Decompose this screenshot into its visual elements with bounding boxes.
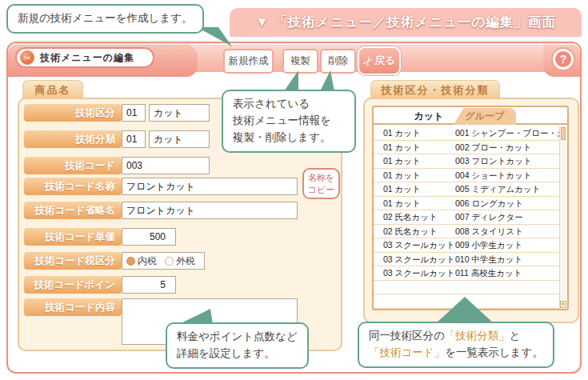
scrollbar-thumb[interactable] <box>561 127 566 140</box>
row-kubun: 01 カット <box>383 126 421 141</box>
list-rows: 01 カット001 シャンプー・ブロー・カット 01 カット002 ブロー・カッ… <box>374 126 559 309</box>
tab-classification: 技術区分・技術分類 <box>370 80 500 99</box>
kubun-name-input[interactable] <box>149 104 210 122</box>
copy-name-button[interactable]: 名称を コピー <box>302 168 340 199</box>
window-title-pill: ✂ 技術メニューの編集 <box>15 47 154 68</box>
row-kubun: 01 カット <box>383 197 421 211</box>
row-kubun: 01 カット <box>383 154 421 169</box>
label-price: 技術コード単価 <box>24 228 122 246</box>
row-kubun: 02 氏名カット <box>383 225 438 239</box>
callout-create: 新規の技術メニューを作成します。 <box>6 4 204 34</box>
callout-create-text: 新規の技術メニューを作成します。 <box>18 12 193 24</box>
list-row[interactable]: 01 カット003 フロントカット <box>374 154 559 169</box>
page-title: ▼ 「技術メニュー／技術メニューの編集」画面 <box>230 8 582 37</box>
callout-list-em1: 「技術分類」 <box>445 330 510 342</box>
tab-classification-label: 技術区分・技術分類 <box>382 83 490 98</box>
callout-dd-line2: 技術メニュー情報を <box>233 113 345 130</box>
tax-inclusive-label: 内税 <box>138 254 157 268</box>
bunrui-code-input[interactable] <box>122 130 146 148</box>
row-kubun: 01 カット <box>383 141 421 155</box>
list-row[interactable]: 01 カット002 ブロー・カット <box>374 141 559 155</box>
list-row[interactable]: 03 スクールカット009 小学生カット <box>374 238 559 253</box>
list-row[interactable]: 03 スクールカット010 中学生カット <box>374 253 559 267</box>
callout-details-line1: 料金やポイント点数など <box>177 329 298 346</box>
scrollbar-down-icon[interactable]: ▾ <box>560 301 566 308</box>
price-input[interactable] <box>122 228 176 246</box>
callout-dd-line1: 表示されている <box>233 96 345 113</box>
row-kubun: 01 カット <box>383 182 421 197</box>
duplicate-button-label: 複製 <box>290 54 310 68</box>
copy-name-label-1: 名称を <box>308 172 334 184</box>
kubun-code-input[interactable] <box>122 104 146 122</box>
delete-button-label: 削除 <box>328 54 348 68</box>
new-button[interactable]: 新規作成 <box>223 49 274 74</box>
row-code: 006 ロングカット <box>455 197 559 211</box>
point-input[interactable] <box>122 276 176 294</box>
list-scrollbar[interactable]: ▾ <box>559 126 566 308</box>
callout-list: 同一技術区分の「技術分類」と 「技術コード」を一覧表示します。 <box>358 322 554 368</box>
row-kubun: 02 氏名カット <box>383 210 438 225</box>
label-code: 技術コード <box>24 157 122 174</box>
list-row[interactable]: 01 カット001 シャンプー・ブロー・カット <box>374 126 559 141</box>
label-short-name: 技術コード省略名 <box>24 202 122 219</box>
label-name: 技術コード名称 <box>24 178 122 195</box>
row-code: 011 高校生カット <box>455 266 559 281</box>
label-content: 技術コード内容 <box>24 298 122 316</box>
callout-list-line1: 同一技術区分の「技術分類」と <box>369 328 543 345</box>
tax-radio-group: 内税 外税 <box>122 252 205 270</box>
classification-list: カット グループ 01 カット001 シャンプー・ブロー・カット 01 カット0… <box>372 106 569 310</box>
list-row[interactable]: 01 カット006 ロングカット <box>374 197 559 211</box>
row-code: 009 小学生カット <box>455 238 559 253</box>
list-row-empty <box>374 281 559 295</box>
bunrui-name-input[interactable] <box>149 130 210 148</box>
row-kubun: 01 カット <box>383 169 421 183</box>
label-point: 技術コードポイント <box>24 276 122 294</box>
radio-unselected-icon <box>165 257 174 266</box>
window-title: 技術メニューの編集 <box>40 51 134 65</box>
short-name-input[interactable] <box>122 202 298 219</box>
callout-list-part1: 同一技術区分の <box>369 330 445 342</box>
label-kubun: 技術区分 <box>24 104 122 122</box>
tab-group-label: グループ <box>466 110 505 122</box>
row-code: 002 ブロー・カット <box>455 141 559 155</box>
list-row[interactable]: 02 氏名カット008 スタイリスト <box>374 225 559 239</box>
scissors-badge-icon: ✂ <box>20 50 34 65</box>
row-code: 005 ミディアムカット <box>455 182 559 197</box>
callout-details: 料金やポイント点数など 詳細を設定します。 <box>166 322 309 369</box>
help-icon: ? <box>560 53 567 66</box>
delete-button[interactable]: 削除 <box>320 49 356 74</box>
row-code: 007 ディレクター <box>455 210 559 225</box>
tax-exclusive-label: 外税 <box>176 254 195 268</box>
label-bunrui: 技術分類 <box>24 130 122 148</box>
tax-option-inclusive[interactable]: 内税 <box>126 254 157 268</box>
list-row[interactable]: 03 スクールカット011 高校生カット <box>374 266 559 281</box>
list-row[interactable]: 01 カット005 ミディアムカット <box>374 182 559 197</box>
back-button[interactable]: ✂ 戻る <box>358 46 401 75</box>
tab-product-name: 商品名 <box>22 80 83 99</box>
name-input[interactable] <box>122 178 298 195</box>
tab-cut-label: カット <box>414 110 444 122</box>
list-row[interactable]: 01 カット004 ショートカット <box>374 169 559 183</box>
help-button[interactable]: ? <box>553 49 574 70</box>
callout-details-line2: 詳細を設定します。 <box>177 346 298 362</box>
callout-list-em2: 「技術コード」 <box>369 346 445 358</box>
callout-list-part3: を一覧表示します。 <box>445 346 543 358</box>
copy-name-label-2: コピー <box>308 184 335 196</box>
code-input[interactable] <box>122 157 210 174</box>
row-code: 010 中学生カット <box>455 253 559 267</box>
tab-product-name-label: 商品名 <box>35 83 71 98</box>
tab-cut[interactable]: カット <box>406 107 452 125</box>
radio-selected-icon <box>126 257 135 266</box>
row-code: 001 シャンプー・ブロー・カット <box>455 126 559 141</box>
row-kubun: 03 スクールカット <box>383 266 455 281</box>
list-tabs: カット グループ <box>374 107 567 125</box>
page-title-text: ▼ 「技術メニュー／技術メニューの編集」画面 <box>255 14 556 31</box>
duplicate-button[interactable]: 複製 <box>282 49 318 74</box>
tab-group[interactable]: グループ <box>454 108 516 125</box>
list-row[interactable]: 02 氏名カット007 ディレクター <box>374 210 559 225</box>
row-kubun: 03 スクールカット <box>383 238 455 253</box>
tax-option-exclusive[interactable]: 外税 <box>165 254 195 268</box>
row-kubun: 03 スクールカット <box>383 253 455 267</box>
list-row-empty <box>374 294 559 309</box>
row-code: 004 ショートカット <box>455 169 559 183</box>
